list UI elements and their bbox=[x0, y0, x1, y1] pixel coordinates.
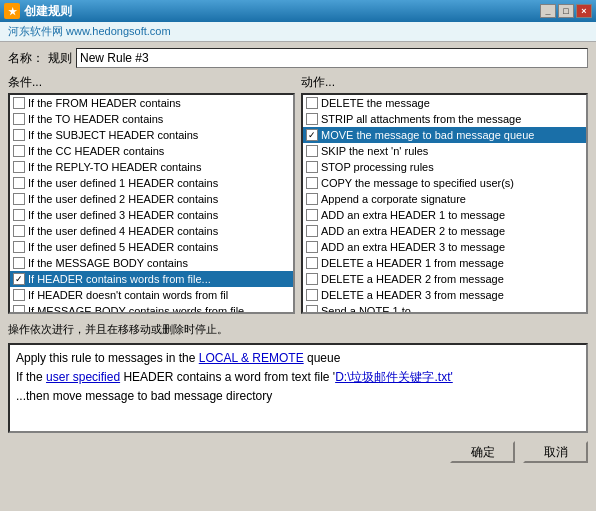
condition-checkbox[interactable] bbox=[13, 257, 25, 269]
condition-label: If HEADER doesn't contain words from fil bbox=[28, 289, 228, 301]
action-item[interactable]: ADD an extra HEADER 3 to message bbox=[303, 239, 586, 255]
condition-label: If HEADER contains words from file... bbox=[28, 273, 211, 285]
action-item[interactable]: DELETE a HEADER 2 from message bbox=[303, 271, 586, 287]
action-item[interactable]: DELETE a HEADER 1 from message bbox=[303, 255, 586, 271]
action-item[interactable]: ADD an extra HEADER 2 to message bbox=[303, 223, 586, 239]
condition-label: If the user defined 2 HEADER contains bbox=[28, 193, 218, 205]
action-label: ADD an extra HEADER 1 to message bbox=[321, 209, 505, 221]
action-label: DELETE the message bbox=[321, 97, 430, 109]
action-label: DELETE a HEADER 3 from message bbox=[321, 289, 504, 301]
action-checkbox[interactable] bbox=[306, 225, 318, 237]
condition-checkbox[interactable] bbox=[13, 305, 25, 314]
action-label: DELETE a HEADER 1 from message bbox=[321, 257, 504, 269]
notice-bar: 操作依次进行，并且在移移动或删除时停止。 bbox=[8, 320, 588, 339]
condition-checkbox[interactable] bbox=[13, 209, 25, 221]
condition-item[interactable]: If the user defined 4 HEADER contains bbox=[10, 223, 293, 239]
condition-label: If the FROM HEADER contains bbox=[28, 97, 181, 109]
condition-checkbox[interactable] bbox=[13, 193, 25, 205]
title-bar-left: ★ 创建规则 bbox=[4, 3, 72, 20]
condition-checkbox[interactable] bbox=[13, 145, 25, 157]
condition-item[interactable]: If the user defined 5 HEADER contains bbox=[10, 239, 293, 255]
condition-label: If the user defined 3 HEADER contains bbox=[28, 209, 218, 221]
condition-item[interactable]: If the CC HEADER contains bbox=[10, 143, 293, 159]
action-item[interactable]: STOP processing rules bbox=[303, 159, 586, 175]
action-checkbox[interactable] bbox=[306, 305, 318, 314]
action-item[interactable]: SKIP the next 'n' rules bbox=[303, 143, 586, 159]
condition-checkbox[interactable] bbox=[13, 241, 25, 253]
action-item[interactable]: MOVE the message to bad message queue bbox=[303, 127, 586, 143]
action-checkbox[interactable] bbox=[306, 97, 318, 109]
action-checkbox[interactable] bbox=[306, 129, 318, 141]
title-bar: ★ 创建规则 _ □ × bbox=[0, 0, 596, 22]
condition-checkbox[interactable] bbox=[13, 225, 25, 237]
actions-list[interactable]: DELETE the messageSTRIP all attachments … bbox=[301, 93, 588, 314]
maximize-button[interactable]: □ bbox=[558, 4, 574, 18]
condition-item[interactable]: If the REPLY-TO HEADER contains bbox=[10, 159, 293, 175]
conditions-list[interactable]: If the FROM HEADER containsIf the TO HEA… bbox=[8, 93, 295, 314]
condition-label: If the TO HEADER contains bbox=[28, 113, 163, 125]
action-item[interactable]: Send a NOTE 1 to... bbox=[303, 303, 586, 314]
condition-label: If the CC HEADER contains bbox=[28, 145, 164, 157]
action-label: MOVE the message to bad message queue bbox=[321, 129, 534, 141]
condition-checkbox[interactable] bbox=[13, 289, 25, 301]
condition-checkbox[interactable] bbox=[13, 177, 25, 189]
condition-label: If the MESSAGE BODY contains bbox=[28, 257, 188, 269]
conditions-panel: 条件... If the FROM HEADER containsIf the … bbox=[8, 74, 295, 314]
condition-item[interactable]: If HEADER doesn't contain words from fil bbox=[10, 287, 293, 303]
action-label: STOP processing rules bbox=[321, 161, 434, 173]
condition-item[interactable]: If the MESSAGE BODY contains bbox=[10, 255, 293, 271]
condition-checkbox[interactable] bbox=[13, 113, 25, 125]
action-checkbox[interactable] bbox=[306, 273, 318, 285]
action-checkbox[interactable] bbox=[306, 193, 318, 205]
condition-item[interactable]: If HEADER contains words from file... bbox=[10, 271, 293, 287]
condition-checkbox[interactable] bbox=[13, 129, 25, 141]
desc-file-link[interactable]: D:\垃圾邮件关键字.txt' bbox=[335, 370, 453, 384]
condition-label: If the SUBJECT HEADER contains bbox=[28, 129, 198, 141]
condition-label: If MESSAGE BODY contains words from file bbox=[28, 305, 244, 314]
action-checkbox[interactable] bbox=[306, 177, 318, 189]
ok-button[interactable]: 确定 bbox=[450, 441, 515, 463]
action-label: Send a NOTE 1 to... bbox=[321, 305, 420, 314]
desc-line1: Apply this rule to messages in the LOCAL… bbox=[16, 349, 580, 368]
action-item[interactable]: ADD an extra HEADER 1 to message bbox=[303, 207, 586, 223]
desc-user-specified-link[interactable]: user specified bbox=[46, 370, 120, 384]
notice-text: 操作依次进行，并且在移移动或删除时停止。 bbox=[8, 323, 228, 335]
action-item[interactable]: DELETE a HEADER 3 from message bbox=[303, 287, 586, 303]
condition-item[interactable]: If the FROM HEADER contains bbox=[10, 95, 293, 111]
action-checkbox[interactable] bbox=[306, 113, 318, 125]
watermark-bar: 河东软件网 www.hedongsoft.com bbox=[0, 22, 596, 42]
condition-checkbox[interactable] bbox=[13, 161, 25, 173]
action-checkbox[interactable] bbox=[306, 257, 318, 269]
action-label: ADD an extra HEADER 3 to message bbox=[321, 241, 505, 253]
close-button[interactable]: × bbox=[576, 4, 592, 18]
action-item[interactable]: Append a corporate signature bbox=[303, 191, 586, 207]
cancel-button[interactable]: 取消 bbox=[523, 441, 588, 463]
action-label: STRIP all attachments from the message bbox=[321, 113, 521, 125]
actions-panel: 动作... DELETE the messageSTRIP all attach… bbox=[301, 74, 588, 314]
condition-item[interactable]: If the user defined 3 HEADER contains bbox=[10, 207, 293, 223]
action-checkbox[interactable] bbox=[306, 161, 318, 173]
action-item[interactable]: COPY the message to specified user(s) bbox=[303, 175, 586, 191]
action-checkbox[interactable] bbox=[306, 241, 318, 253]
desc-line3: ...then move message to bad message dire… bbox=[16, 387, 580, 406]
minimize-button[interactable]: _ bbox=[540, 4, 556, 18]
action-checkbox[interactable] bbox=[306, 209, 318, 221]
condition-item[interactable]: If the user defined 1 HEADER contains bbox=[10, 175, 293, 191]
window-title: 创建规则 bbox=[24, 3, 72, 20]
action-label: Append a corporate signature bbox=[321, 193, 466, 205]
condition-item[interactable]: If MESSAGE BODY contains words from file bbox=[10, 303, 293, 314]
condition-item[interactable]: If the SUBJECT HEADER contains bbox=[10, 127, 293, 143]
action-item[interactable]: STRIP all attachments from the message bbox=[303, 111, 586, 127]
rule-name-input[interactable] bbox=[76, 48, 588, 68]
condition-item[interactable]: If the TO HEADER contains bbox=[10, 111, 293, 127]
condition-item[interactable]: If the user defined 2 HEADER contains bbox=[10, 191, 293, 207]
condition-checkbox[interactable] bbox=[13, 273, 25, 285]
action-checkbox[interactable] bbox=[306, 289, 318, 301]
app-icon: ★ bbox=[4, 3, 20, 19]
description-box: Apply this rule to messages in the LOCAL… bbox=[8, 343, 588, 433]
action-item[interactable]: DELETE the message bbox=[303, 95, 586, 111]
desc-queue-link[interactable]: LOCAL & REMOTE bbox=[199, 351, 304, 365]
button-row: 确定 取消 bbox=[8, 441, 588, 463]
condition-checkbox[interactable] bbox=[13, 97, 25, 109]
action-checkbox[interactable] bbox=[306, 145, 318, 157]
